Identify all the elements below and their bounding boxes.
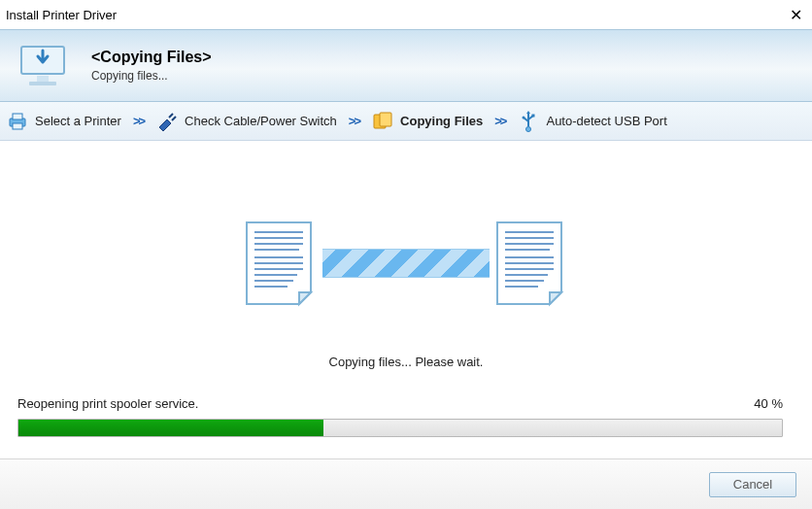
task-label: Reopening print spooler service. [17, 396, 198, 411]
copy-files-icon [371, 110, 394, 133]
step-label: Check Cable/Power Switch [185, 114, 337, 128]
wizard-steps: Select a Printer >> Check Cable/Power Sw… [0, 102, 812, 141]
svg-rect-9 [380, 113, 391, 126]
svg-rect-4 [13, 114, 22, 119]
svg-rect-1 [37, 76, 49, 82]
cancel-button[interactable]: Cancel [709, 472, 796, 497]
printer-icon [6, 110, 29, 133]
progress-bar [17, 419, 783, 437]
step-copying-files: Copying Files [371, 110, 483, 133]
svg-rect-5 [13, 123, 22, 129]
close-icon[interactable]: ✕ [763, 6, 802, 24]
plug-icon [155, 110, 179, 133]
svg-point-10 [526, 126, 531, 131]
document-target-icon [491, 219, 571, 308]
document-source-icon [241, 219, 321, 308]
wizard-header: <Copying Files> Copying files... [0, 29, 812, 102]
svg-rect-13 [532, 114, 535, 117]
monitor-download-icon [16, 41, 74, 91]
step-label: Select a Printer [35, 114, 121, 128]
chevron-icon: >> [343, 114, 365, 128]
chevron-icon: >> [127, 114, 150, 128]
progress-percent-label: 40 % [754, 396, 783, 411]
svg-rect-2 [29, 82, 56, 85]
chevron-icon: >> [489, 114, 511, 128]
step-check-cable: Check Cable/Power Switch [155, 110, 337, 133]
usb-icon [517, 110, 540, 133]
header-title: <Copying Files> [91, 49, 212, 66]
header-subtitle: Copying files... [91, 69, 212, 83]
svg-point-12 [523, 116, 525, 119]
copy-animation [241, 219, 571, 308]
svg-line-7 [172, 117, 176, 120]
svg-line-6 [169, 114, 173, 118]
step-label: Auto-detect USB Port [546, 114, 666, 128]
window-title: Install Printer Driver [6, 8, 117, 22]
step-auto-detect-usb: Auto-detect USB Port [517, 110, 666, 133]
progress-area: Reopening print spooler service. 40 % [17, 396, 783, 437]
status-message: Copying files... Please wait. [0, 355, 812, 369]
transfer-beam [322, 249, 490, 278]
titlebar: Install Printer Driver ✕ [0, 0, 812, 29]
main-content: Copying files... Please wait. Reopening … [0, 141, 812, 452]
footer: Cancel [0, 458, 812, 509]
step-label: Copying Files [400, 114, 483, 128]
progress-fill [18, 420, 323, 436]
step-select-printer: Select a Printer [6, 110, 121, 133]
